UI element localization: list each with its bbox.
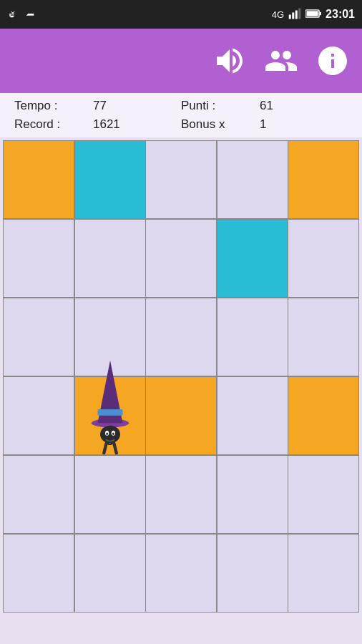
cell-5-4[interactable] <box>288 535 358 612</box>
tempo-label: Tempo : <box>14 99 72 113</box>
battery-icon <box>305 9 321 21</box>
record-label: Record : <box>14 117 72 132</box>
svg-point-13 <box>106 433 108 436</box>
tempo-row: Tempo : 77 <box>14 99 181 113</box>
svg-rect-1 <box>292 12 294 19</box>
cell-3-4[interactable] <box>288 377 358 454</box>
punti-label: Punti : <box>181 99 238 113</box>
cell-4-2[interactable] <box>146 456 216 533</box>
cell-0-0[interactable] <box>4 141 74 218</box>
cell-3-2[interactable] <box>146 377 216 454</box>
group-button[interactable] <box>263 42 300 79</box>
cell-0-1[interactable] <box>75 141 145 218</box>
cell-0-4[interactable] <box>288 141 358 218</box>
game-area: 5 <box>0 137 362 644</box>
cell-4-3[interactable] <box>217 456 288 533</box>
status-bar: 4G 23:01 <box>0 0 362 29</box>
cell-1-0[interactable] <box>4 220 74 297</box>
cell-5-0[interactable] <box>4 535 74 612</box>
cell-4-0[interactable] <box>4 456 74 533</box>
cell-5-3[interactable] <box>217 535 288 612</box>
cell-5-1[interactable] <box>75 535 145 612</box>
signal-text: 4G <box>272 9 284 20</box>
cell-2-0[interactable] <box>4 298 74 376</box>
cell-2-4[interactable] <box>288 298 358 376</box>
cell-3-3[interactable] <box>217 377 288 454</box>
clock-time: 23:01 <box>326 8 355 21</box>
record-value: 1621 <box>93 117 120 132</box>
svg-rect-5 <box>307 11 318 16</box>
chat-icon <box>24 8 36 21</box>
cell-4-1[interactable] <box>75 456 145 533</box>
cell-1-2[interactable] <box>146 220 216 297</box>
cell-1-3[interactable] <box>217 220 288 297</box>
signal-bars-icon <box>288 8 301 21</box>
cell-3-1[interactable]: 5 <box>75 377 145 454</box>
punti-value: 61 <box>260 99 273 113</box>
svg-point-10 <box>100 426 120 444</box>
svg-rect-0 <box>289 14 291 19</box>
game-grid[interactable]: 5 <box>3 140 359 613</box>
status-right: 4G 23:01 <box>272 8 355 21</box>
toolbar <box>0 29 362 93</box>
svg-rect-2 <box>295 10 298 19</box>
svg-rect-9 <box>97 409 122 416</box>
bonus-label: Bonus x <box>181 117 238 132</box>
cell-0-2[interactable] <box>146 141 216 218</box>
svg-line-15 <box>104 443 107 453</box>
bonus-value: 1 <box>260 117 266 132</box>
info-button[interactable] <box>314 42 351 79</box>
cell-2-2[interactable] <box>146 298 216 376</box>
cell-1-4[interactable] <box>288 220 358 297</box>
svg-line-16 <box>114 443 117 453</box>
cell-5-2[interactable] <box>146 535 216 612</box>
cell-4-4[interactable] <box>288 456 358 533</box>
cell-1-1[interactable] <box>75 220 145 297</box>
stats-bar: Tempo : 77 Punti : 61 Record : 1621 Bonu… <box>0 93 362 137</box>
witch-character <box>85 354 135 454</box>
svg-rect-6 <box>320 11 321 14</box>
cell-3-0[interactable] <box>4 377 74 454</box>
sound-button[interactable] <box>211 42 248 79</box>
usb-icon <box>7 8 19 21</box>
punti-row: Punti : 61 <box>181 99 348 113</box>
bonus-row: Bonus x 1 <box>181 117 348 132</box>
cell-2-3[interactable] <box>217 298 288 376</box>
tempo-value: 77 <box>93 99 107 113</box>
cell-0-3[interactable] <box>217 141 288 218</box>
svg-point-14 <box>112 433 114 436</box>
record-row: Record : 1621 <box>14 117 181 132</box>
svg-rect-3 <box>298 8 300 19</box>
